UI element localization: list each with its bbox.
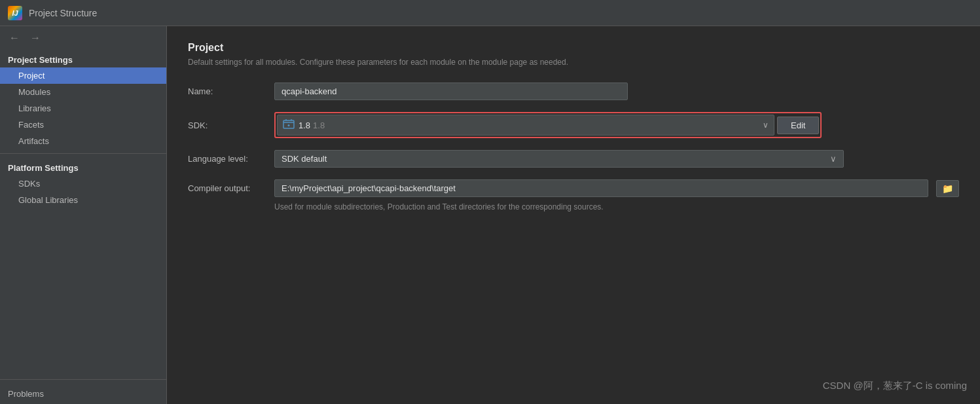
compiler-hint: Used for module subdirectories, Producti… [274, 202, 959, 211]
watermark: CSDN @阿，葱来了-C is coming [823, 380, 967, 392]
sdk-folder-icon [283, 118, 295, 132]
nav-back-button[interactable]: ← [7, 31, 22, 45]
nav-forward-button[interactable]: → [27, 31, 43, 45]
name-label: Name: [188, 86, 266, 96]
sidebar-item-label: SDKs [18, 179, 40, 189]
sidebar-divider [0, 153, 166, 154]
sidebar-item-label: Problems [8, 389, 44, 399]
project-settings-label: Project Settings [0, 50, 166, 67]
content-title: Project [188, 42, 959, 54]
sidebar-item-label: Artifacts [18, 136, 49, 146]
sidebar-item-modules[interactable]: Modules [0, 84, 166, 100]
sidebar-item-label: Modules [18, 87, 50, 97]
title-bar-title: Project Structure [29, 8, 97, 18]
sidebar-bottom-divider [0, 379, 166, 380]
sidebar: ← → Project Settings Project Modules Lib… [0, 26, 167, 404]
svg-point-1 [288, 124, 290, 126]
folder-icon: 📁 [942, 183, 953, 194]
sidebar-item-label: Project [18, 71, 45, 81]
content-description: Default settings for all modules. Config… [188, 58, 959, 67]
edit-button[interactable]: Edit [777, 117, 819, 134]
sdk-wrapper: 1.8 1.8 ∨ Edit [274, 112, 822, 138]
sidebar-item-label: Facets [18, 120, 44, 130]
language-level-label: Language level: [188, 154, 266, 164]
title-bar: IJ Project Structure [0, 0, 980, 26]
language-level-value: SDK default [281, 154, 327, 164]
sidebar-item-sdks[interactable]: SDKs [0, 175, 166, 192]
sidebar-item-libraries[interactable]: Libraries [0, 100, 166, 117]
sdk-value-main: 1.8 [299, 120, 310, 130]
language-level-dropdown[interactable]: SDK default ∨ [274, 150, 844, 168]
sdk-row: SDK: [188, 112, 959, 138]
sidebar-item-problems[interactable]: Problems [0, 384, 166, 404]
sidebar-item-label: Global Libraries [18, 195, 78, 205]
app-icon-text: IJ [12, 9, 18, 17]
sidebar-item-artifacts[interactable]: Artifacts [0, 133, 166, 149]
app-icon: IJ [8, 6, 22, 20]
platform-settings-label: Platform Settings [0, 158, 166, 175]
language-level-row: Language level: SDK default ∨ [188, 150, 959, 168]
sidebar-item-label: Libraries [18, 103, 51, 113]
compiler-folder-button[interactable]: 📁 [936, 180, 959, 197]
compiler-output-row: Compiler output: 📁 [188, 179, 959, 197]
sdk-label: SDK: [188, 120, 266, 130]
sdk-chevron-icon: ∨ [763, 120, 769, 130]
sdk-row-inner: 1.8 1.8 ∨ [283, 118, 769, 132]
nav-controls: ← → [0, 26, 166, 50]
compiler-output-label: Compiler output: [188, 183, 266, 193]
sidebar-item-project[interactable]: Project [0, 67, 166, 84]
sidebar-item-global-libraries[interactable]: Global Libraries [0, 192, 166, 208]
sidebar-item-facets[interactable]: Facets [0, 117, 166, 133]
main-layout: ← → Project Settings Project Modules Lib… [0, 26, 980, 404]
compiler-output-input[interactable] [274, 179, 928, 197]
sdk-dropdown[interactable]: 1.8 1.8 ∨ [277, 115, 774, 136]
lang-chevron-icon: ∨ [830, 154, 837, 164]
name-row: Name: [188, 83, 959, 100]
sdk-value-sub: 1.8 [313, 120, 325, 130]
name-input[interactable] [274, 83, 628, 100]
content-area: Project Default settings for all modules… [167, 26, 980, 404]
